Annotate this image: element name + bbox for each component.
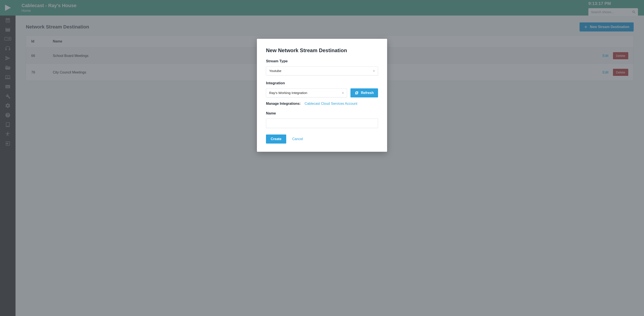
refresh-label: Refresh bbox=[361, 91, 374, 95]
stream-type-label: Stream Type bbox=[266, 59, 378, 63]
stream-type-select[interactable]: Youtube bbox=[266, 66, 378, 76]
integration-value: Ray's Working Integration bbox=[269, 91, 307, 95]
name-label: Name bbox=[266, 111, 378, 116]
refresh-icon bbox=[355, 91, 359, 95]
name-input[interactable] bbox=[266, 118, 378, 128]
chevron-updown-icon bbox=[342, 92, 344, 94]
integration-label: Integration bbox=[266, 81, 378, 85]
create-button[interactable]: Create bbox=[266, 134, 286, 144]
chevron-updown-icon bbox=[372, 70, 376, 72]
manage-integrations-label: Manage Integrations: bbox=[266, 102, 301, 106]
modal-overlay[interactable]: New Network Stream Destination Stream Ty… bbox=[0, 0, 644, 316]
integration-select[interactable]: Ray's Working Integration bbox=[266, 88, 347, 98]
manage-integrations-line: Manage Integrations: Cablecast Cloud Ser… bbox=[266, 102, 378, 106]
new-stream-destination-modal: New Network Stream Destination Stream Ty… bbox=[257, 39, 387, 152]
cancel-button[interactable]: Cancel bbox=[292, 137, 303, 141]
stream-type-value: Youtube bbox=[269, 69, 281, 73]
modal-title: New Network Stream Destination bbox=[266, 48, 378, 54]
refresh-button[interactable]: Refresh bbox=[350, 88, 378, 98]
cloud-services-account-link[interactable]: Cablecast Cloud Services Account bbox=[304, 102, 357, 106]
